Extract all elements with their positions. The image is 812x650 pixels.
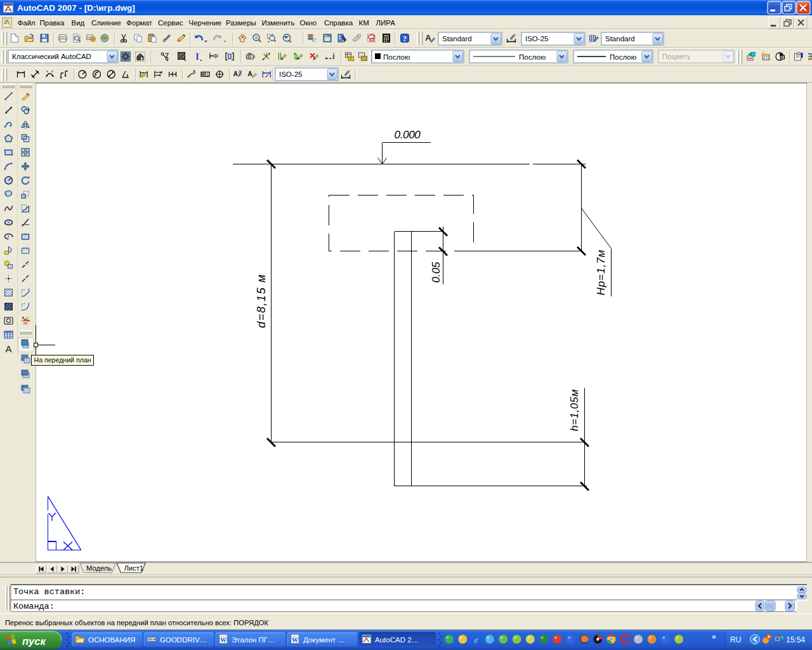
svg-text:ЛИРА: ЛИРА xyxy=(376,19,396,27)
svg-text:Размеры: Размеры xyxy=(226,19,256,27)
svg-text:RU: RU xyxy=(730,635,741,644)
svg-text:GOODDRIV…: GOODDRIV… xyxy=(160,636,207,644)
svg-text:W: W xyxy=(220,637,226,644)
svg-text:AutoCAD 2007 - [D:\игр.dwg]: AutoCAD 2007 - [D:\игр.dwg] xyxy=(17,3,135,13)
svg-text:»: » xyxy=(712,632,716,641)
svg-text:15:54: 15:54 xyxy=(786,635,805,644)
svg-text:AutoCAD 2…: AutoCAD 2… xyxy=(375,636,419,644)
svg-text:d=8,15 м: d=8,15 м xyxy=(255,274,268,328)
svg-text:Справка: Справка xyxy=(324,19,353,27)
svg-text:Окно: Окно xyxy=(300,19,317,27)
svg-text:Точка вставки:: Точка вставки: xyxy=(13,587,85,597)
svg-text:Черчение: Черчение xyxy=(189,19,222,27)
svg-text:Формат: Формат xyxy=(126,19,153,27)
svg-text:Standard: Standard xyxy=(442,35,472,43)
svg-text:Послою: Послою xyxy=(383,53,410,61)
svg-text:Документ …: Документ … xyxy=(303,636,345,644)
svg-text:ISO-25: ISO-25 xyxy=(279,70,302,78)
svg-text:A: A xyxy=(5,343,11,354)
svg-text:ОСНОВАНИЯ: ОСНОВАНИЯ xyxy=(88,636,135,644)
svg-text:Модель: Модель xyxy=(86,564,112,572)
svg-text:A: A xyxy=(193,69,196,74)
svg-text:W: W xyxy=(292,637,298,644)
svg-text:Правка: Правка xyxy=(40,19,65,27)
svg-text:Файл: Файл xyxy=(18,19,36,27)
svg-text:0.000: 0.000 xyxy=(394,128,421,141)
svg-text:Сервис: Сервис xyxy=(158,19,183,27)
svg-text:Слияние: Слияние xyxy=(91,19,121,27)
svg-text:0.05: 0.05 xyxy=(430,262,442,283)
svg-text:?: ? xyxy=(403,34,407,43)
svg-text:h=1,05м: h=1,05м xyxy=(568,389,580,431)
svg-text:пуск: пуск xyxy=(22,635,46,647)
svg-text:Эталон ПГ…: Эталон ПГ… xyxy=(232,636,275,644)
svg-text:Поцвету: Поцвету xyxy=(662,53,691,60)
svg-text:I: I xyxy=(195,52,199,62)
svg-text:Послою: Послою xyxy=(610,53,637,61)
svg-text:Классический AutoCAD: Классический AutoCAD xyxy=(12,53,91,60)
svg-text:A: A xyxy=(233,70,238,77)
svg-text:Вид: Вид xyxy=(72,19,85,27)
svg-text:1: 1 xyxy=(206,72,209,77)
svg-text:На передний план: На передний план xyxy=(34,356,91,364)
svg-text:A: A xyxy=(247,70,252,77)
svg-text:Команда:: Команда: xyxy=(13,602,55,611)
svg-text:Изменить: Изменить xyxy=(262,19,295,27)
svg-text:Лист1: Лист1 xyxy=(124,564,144,572)
svg-text:Standard: Standard xyxy=(605,35,635,43)
svg-text:Hр=1,7м: Hр=1,7м xyxy=(595,249,607,296)
svg-text:ISO-25: ISO-25 xyxy=(525,35,548,43)
svg-text:e: e xyxy=(474,635,478,645)
svg-text:Послою: Послою xyxy=(519,53,546,61)
svg-text:Перенос выбранных объектов на: Перенос выбранных объектов на передний п… xyxy=(5,619,268,627)
svg-text:КМ: КМ xyxy=(359,19,369,27)
